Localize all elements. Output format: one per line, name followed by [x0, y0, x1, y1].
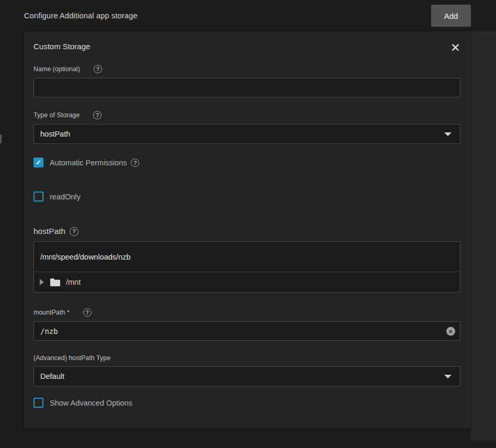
- storage-type-select[interactable]: hostPath: [33, 124, 460, 144]
- mount-path-label-row: mountPath * ?: [33, 308, 460, 317]
- clear-input-icon[interactable]: ✕: [446, 327, 455, 335]
- host-path-type-label-row: (Advanced) hostPath Type: [33, 354, 460, 362]
- host-path-section-label: hostPath: [33, 227, 65, 236]
- host-path-type-selected-value: Default: [40, 372, 64, 380]
- host-path-type-label: (Advanced) hostPath Type: [33, 354, 110, 362]
- edge-artifact: [0, 135, 2, 143]
- name-field-label: Name (optional): [33, 65, 80, 73]
- host-path-section-header: hostPath ?: [33, 227, 460, 236]
- help-icon[interactable]: ?: [131, 159, 139, 167]
- storage-type-selected-value: hostPath: [40, 130, 70, 138]
- help-icon[interactable]: ?: [70, 227, 78, 236]
- custom-storage-card: Custom Storage ✕ Name (optional) ? Type …: [24, 31, 471, 429]
- section-header-bar: Configure Additional app storage Add: [0, 0, 496, 31]
- automatic-permissions-checkbox[interactable]: ✓: [33, 158, 43, 167]
- card-header: Custom Storage ✕: [33, 42, 460, 53]
- page-background-panel: [471, 31, 496, 441]
- read-only-checkbox[interactable]: [33, 192, 43, 201]
- folder-icon: [50, 278, 61, 287]
- read-only-row: readOnly: [33, 192, 460, 201]
- show-advanced-row: Show Advanced Options: [33, 398, 460, 408]
- add-storage-button[interactable]: Add: [431, 5, 471, 27]
- host-path-input[interactable]: [34, 242, 460, 272]
- mount-path-input-wrap: ✕: [33, 321, 460, 341]
- tree-node-mnt[interactable]: /mnt: [34, 272, 460, 292]
- tree-expand-icon[interactable]: [40, 279, 44, 285]
- close-icon[interactable]: ✕: [450, 42, 460, 53]
- help-icon[interactable]: ?: [83, 308, 92, 317]
- help-icon[interactable]: ?: [94, 65, 102, 73]
- tree-node-label: /mnt: [66, 278, 81, 286]
- mount-path-label: mountPath *: [33, 309, 70, 316]
- host-path-explorer: /mnt: [33, 241, 460, 293]
- host-path-type-select[interactable]: Default: [33, 366, 460, 386]
- help-icon[interactable]: ?: [93, 111, 102, 119]
- chevron-down-icon: [444, 132, 452, 136]
- check-icon: ✓: [36, 159, 41, 166]
- card-title: Custom Storage: [33, 42, 90, 51]
- show-advanced-checkbox[interactable]: [33, 398, 43, 408]
- show-advanced-label: Show Advanced Options: [50, 399, 132, 407]
- mount-path-input[interactable]: [33, 321, 460, 341]
- storage-type-label-row: Type of Storage ?: [33, 111, 460, 119]
- automatic-permissions-label: Automatic Permissions: [50, 159, 127, 167]
- chevron-down-icon: [444, 375, 452, 378]
- page-title: Configure Additional app storage: [24, 12, 138, 20]
- name-input[interactable]: [33, 78, 460, 97]
- read-only-label: readOnly: [50, 193, 81, 201]
- name-field-label-row: Name (optional) ?: [33, 65, 460, 73]
- storage-type-label: Type of Storage: [33, 111, 80, 119]
- automatic-permissions-row: ✓ Automatic Permissions ?: [33, 158, 460, 167]
